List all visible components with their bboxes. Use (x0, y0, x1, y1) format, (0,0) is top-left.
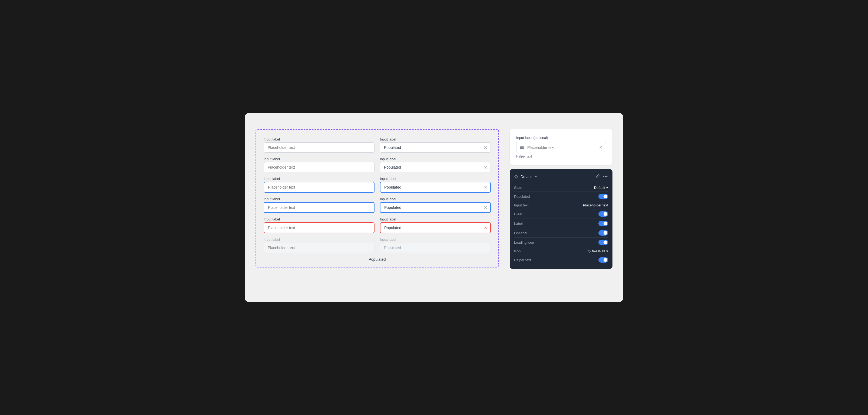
input-label-1-left: Input label (264, 137, 374, 141)
more-options-button[interactable]: ••• (602, 174, 608, 180)
input-wrapper-4-right: ✕ (380, 202, 491, 213)
form-group-3-left: Input label (264, 177, 374, 193)
right-panels: Input label (optional) ✕ Helper text (510, 129, 613, 269)
helper-text: Helper text (516, 154, 606, 158)
left-panel: Input label Input label ✕ Input label (255, 129, 499, 268)
panel-chevron-icon: ▾ (535, 175, 537, 179)
input-wrapper-6-left (264, 243, 374, 253)
input-label-3-right: Input label (380, 177, 491, 181)
populated-label: Populated (514, 195, 530, 199)
input-field-5-right[interactable] (380, 222, 491, 233)
label-toggle-label: Label (514, 221, 523, 226)
config-row-leading-icon: Leading icon (514, 238, 608, 247)
card-input-field[interactable] (527, 143, 596, 152)
panel-title: Default (521, 175, 532, 179)
clear-button-1-right[interactable]: ✕ (483, 145, 488, 150)
form-group-2-left: Input label (264, 157, 374, 172)
input-field-4-right[interactable] (380, 202, 491, 213)
form-group-4-left: Input label (264, 197, 374, 213)
input-field-4-left[interactable] (264, 202, 374, 213)
card-input-wrapper[interactable]: ✕ (516, 142, 606, 153)
input-label-4-right: Input label (380, 197, 491, 201)
helper-text-toggle[interactable] (598, 257, 608, 263)
input-field-1-left[interactable] (264, 142, 374, 153)
icon-chevron: ▾ (606, 249, 608, 253)
input-field-6-left (264, 243, 374, 253)
white-card: Input label (optional) ✕ Helper text (510, 129, 613, 165)
config-row-input-text: Input text Placeholder text (514, 201, 608, 209)
input-label-1-right: Input label (380, 137, 491, 141)
config-row-state: State Default ▾ (514, 184, 608, 192)
config-row-icon: Icon fa-list-alt ▾ (514, 247, 608, 255)
optional-label: Optional (514, 231, 527, 235)
input-wrapper-2-right: ✕ (380, 162, 491, 172)
leading-icon-label: Leading icon (514, 240, 534, 244)
card-input-label: Input label (optional) (516, 136, 606, 140)
config-row-helper-text: Helper text (514, 255, 608, 265)
input-field-2-right[interactable] (380, 162, 491, 172)
input-field-1-right[interactable] (380, 142, 491, 153)
page-container: Input label Input label ✕ Input label (245, 113, 623, 302)
form-group-5-right: Input label ✕ (380, 217, 491, 233)
form-group-6-left: Input label (264, 238, 374, 253)
clear-button-4-right[interactable]: ✕ (483, 205, 488, 210)
form-group-6-right: Input label (380, 238, 491, 253)
input-wrapper-1-left (264, 142, 374, 153)
form-grid: Input label Input label ✕ Input label (264, 137, 491, 253)
input-label-4-left: Input label (264, 197, 374, 201)
input-field-6-right (380, 243, 491, 253)
input-label-5-left: Input label (264, 217, 374, 221)
diamond-icon (514, 175, 518, 179)
clear-label: Clear (514, 212, 522, 216)
input-text-label: Input text (514, 203, 528, 207)
input-label-2-right: Input label (380, 157, 491, 161)
config-row-clear: Clear (514, 209, 608, 219)
form-group-4-right: Input label ✕ (380, 197, 491, 213)
svg-rect-1 (520, 147, 524, 148)
populated-toggle[interactable] (598, 194, 608, 199)
icon-value[interactable]: fa-list-alt ▾ (588, 249, 608, 253)
label-toggle[interactable] (598, 221, 608, 226)
input-wrapper-5-left (264, 222, 374, 233)
input-wrapper-2-left (264, 162, 374, 172)
input-label-6-right: Input label (380, 238, 491, 242)
clear-toggle[interactable] (598, 211, 608, 217)
config-row-label: Label (514, 219, 608, 228)
input-label-2-left: Input label (264, 157, 374, 161)
form-group-3-right: Input label ✕ (380, 177, 491, 193)
helper-text-label: Helper text (514, 258, 531, 262)
input-field-2-left[interactable] (264, 162, 374, 172)
input-label-6-left: Input label (264, 238, 374, 242)
panel-actions: ••• (595, 173, 608, 180)
card-clear-button[interactable]: ✕ (596, 142, 606, 153)
clear-button-5-right[interactable]: ✕ (483, 225, 488, 231)
icon-label: Icon (514, 249, 521, 253)
svg-rect-2 (520, 148, 524, 149)
svg-rect-0 (520, 146, 524, 147)
form-group-1-left: Input label (264, 137, 374, 153)
input-field-3-left[interactable] (264, 182, 374, 193)
edit-icon-button[interactable] (595, 173, 600, 180)
clear-button-3-right[interactable]: ✕ (483, 184, 488, 190)
state-chevron-icon: ▾ (606, 185, 608, 190)
config-row-populated: Populated (514, 192, 608, 201)
form-group-5-left: Input label (264, 217, 374, 233)
input-field-3-right[interactable] (380, 182, 491, 193)
config-row-optional: Optional (514, 228, 608, 238)
input-wrapper-1-right: ✕ (380, 142, 491, 153)
dark-panel-header: Default ▾ ••• (514, 173, 608, 180)
list-icon (517, 143, 527, 152)
input-text-value: Placeholder text (583, 203, 608, 207)
state-value[interactable]: Default ▾ (594, 185, 608, 190)
clear-button-2-right[interactable]: ✕ (483, 165, 488, 170)
input-label-5-right: Input label (380, 217, 491, 221)
input-wrapper-3-right: ✕ (380, 182, 491, 193)
input-wrapper-5-right: ✕ (380, 222, 491, 233)
form-group-1-right: Input label ✕ (380, 137, 491, 153)
panel-title-group: Default ▾ (514, 175, 537, 179)
optional-toggle[interactable] (598, 230, 608, 236)
input-wrapper-6-right (380, 243, 491, 253)
input-wrapper-3-left (264, 182, 374, 193)
leading-icon-toggle[interactable] (598, 240, 608, 245)
input-field-5-left[interactable] (264, 222, 374, 233)
